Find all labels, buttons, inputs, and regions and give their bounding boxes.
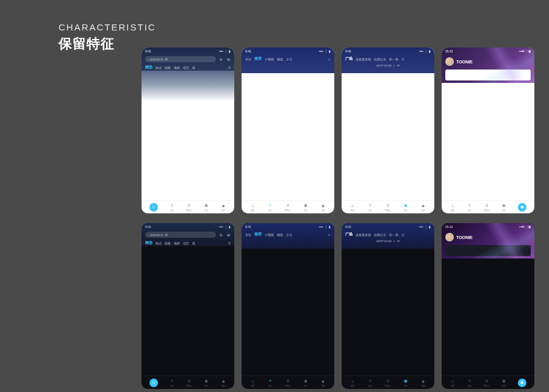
tab-hot[interactable]: 热点 [156, 66, 162, 69]
nav-vip[interactable]: ♕VIP会员 [285, 378, 292, 387]
nav-profile[interactable]: ☻我的 [420, 378, 426, 387]
nav-vip[interactable]: ♕VIP会员 [285, 202, 292, 212]
tab-recommend[interactable]: 推荐 [254, 232, 262, 237]
nav-bubble[interactable]: ◉泡泡 [303, 202, 309, 212]
history-icon[interactable]: ↻ [218, 57, 223, 62]
nav-home[interactable]: ⌂首页 [249, 202, 256, 212]
tab-square[interactable]: 广场 [345, 232, 353, 237]
nav-profile[interactable]: ☻我的 [220, 202, 226, 212]
tab-group[interactable]: 以团之名 [374, 57, 386, 61]
tab-follow[interactable]: 关注 [245, 233, 251, 237]
crown-icon: ♕ [186, 378, 192, 384]
spark-icon: ✧ [169, 202, 175, 208]
nav-home[interactable]: ⌂首页 [450, 202, 456, 212]
nav-bubble[interactable]: ◉泡泡 [303, 378, 309, 387]
nav-home[interactable]: ⌂首页 [249, 378, 256, 387]
nav-bubble[interactable]: ◉泡泡 [403, 202, 409, 212]
nav-hot[interactable]: ✧热点 [169, 202, 175, 212]
nav-home[interactable]: ⌂首页 [350, 202, 356, 212]
nav-bubble[interactable]: ◉泡泡 [501, 378, 507, 387]
profile-card[interactable] [445, 245, 531, 256]
nav-vip[interactable]: ♕VIP会员 [385, 378, 392, 387]
tab-wang[interactable]: 王 [401, 57, 404, 61]
tab-featured[interactable]: 精选 [145, 65, 152, 70]
search-input[interactable]: ⌕ 延禧攻略 第二季 [145, 232, 216, 238]
tab-hot[interactable]: 热点 [156, 241, 162, 245]
battery-icon: ▮ [329, 49, 331, 53]
msg-icon[interactable]: ✉ [522, 224, 525, 229]
nav-bubble[interactable]: ◉泡泡 [203, 378, 209, 387]
nav-profile[interactable]: ☻ [518, 203, 526, 212]
history-icon[interactable]: ↻ [218, 232, 223, 237]
tab-follow[interactable]: 关注 [245, 57, 251, 61]
tab-kids[interactable]: 少儿 [286, 57, 292, 61]
tab-shortvideo[interactable]: 小视频 [265, 57, 274, 61]
search-icon[interactable]: ⌕ [393, 239, 395, 243]
tab-variety[interactable]: 综艺 [183, 241, 189, 245]
tab-more[interactable]: 高 [192, 66, 195, 69]
search-icon[interactable]: ⌕ [328, 233, 331, 237]
scan-icon[interactable]: ⊞ [528, 224, 531, 229]
tab-wang[interactable]: 王 [401, 233, 404, 237]
tab-square[interactable]: 广场 [345, 56, 353, 62]
tab-original[interactable]: 这就是原创 [356, 233, 371, 237]
status-bar: 9:41 ••••⋮▮ [242, 223, 334, 230]
tab-series[interactable]: 剧集 [165, 241, 171, 245]
search-icon[interactable]: ⌕ [393, 63, 395, 67]
nav-vip[interactable]: ♕VIP会员 [484, 378, 490, 387]
avatar[interactable] [445, 57, 454, 66]
nav-vip[interactable]: ♕VIP会员 [484, 202, 490, 212]
msg-icon[interactable]: ✉ [397, 239, 400, 243]
msg-icon[interactable]: ✉ [226, 57, 231, 62]
search-icon[interactable]: ⌕ [328, 57, 331, 61]
tab-kids[interactable]: 少儿 [286, 233, 292, 237]
tab-group[interactable]: 以团之名 [374, 233, 386, 237]
nav-bubble[interactable]: ◉泡泡 [203, 202, 209, 212]
tab-original[interactable]: 这就是原创 [356, 57, 371, 61]
tab-featured[interactable]: 精选 [145, 240, 152, 246]
crown-icon: ♕ [285, 378, 291, 384]
nav-home[interactable]: ⌂首页 [450, 378, 456, 387]
nav-hot[interactable]: ✧热点 [467, 378, 473, 387]
msg-icon[interactable]: ✉ [397, 63, 400, 67]
nav-profile[interactable]: ☻我的 [320, 378, 326, 387]
more-icon[interactable]: ≡ [228, 66, 231, 69]
nav-bubble[interactable]: ◉泡泡 [403, 378, 409, 387]
msg-icon[interactable]: ✉ [522, 49, 525, 53]
nav-hot[interactable]: ✧热点 [267, 378, 273, 387]
tab-funny[interactable]: 搞笑 [277, 57, 283, 61]
nav-hot[interactable]: ✧热点 [267, 202, 273, 212]
tab-more[interactable]: 高 [192, 241, 195, 245]
nav-vip[interactable]: ♕VIP会员 [186, 378, 193, 387]
tab-funny[interactable]: 搞笑 [277, 233, 283, 237]
avatar[interactable] [445, 233, 454, 241]
nav-hot[interactable]: ✧热点 [467, 202, 473, 212]
nav-profile[interactable]: ☻我的 [420, 202, 426, 212]
nav-profile[interactable]: ☻ [518, 379, 526, 387]
nav-home[interactable]: ⌂首页 [350, 378, 356, 387]
nav-hot[interactable]: ✧热点 [367, 378, 373, 387]
nav-hot[interactable]: ✧热点 [169, 378, 175, 387]
nav-home[interactable]: ⌂ [149, 203, 158, 212]
search-input[interactable]: ⌕ 延禧攻略 第二季 [145, 56, 216, 62]
nav-bubble[interactable]: ◉泡泡 [501, 202, 507, 212]
tab-movie[interactable]: 电影 [174, 241, 180, 245]
scan-icon[interactable]: ⊞ [528, 49, 531, 53]
tab-shortvideo[interactable]: 小视频 [265, 233, 274, 237]
nav-vip[interactable]: ♕VIP会员 [186, 202, 193, 212]
tab-variety[interactable]: 综艺 [183, 66, 189, 69]
nav-profile[interactable]: ☻我的 [320, 202, 326, 212]
status-time: 9:41 [245, 49, 251, 53]
tab-movie[interactable]: 电影 [174, 66, 180, 69]
profile-card[interactable] [445, 69, 531, 80]
tab-zhu[interactable]: 朱一龙 [389, 57, 398, 61]
tab-series[interactable]: 剧集 [165, 66, 171, 69]
nav-profile[interactable]: ☻我的 [220, 378, 226, 387]
nav-vip[interactable]: ♕VIP会员 [385, 202, 392, 212]
more-icon[interactable]: ≡ [228, 241, 231, 245]
nav-hot[interactable]: ✧热点 [367, 202, 373, 212]
tab-zhu[interactable]: 朱一龙 [389, 233, 398, 237]
tab-recommend[interactable]: 推荐 [254, 56, 262, 62]
msg-icon[interactable]: ✉ [226, 232, 231, 237]
nav-home[interactable]: ⌂ [149, 379, 158, 387]
